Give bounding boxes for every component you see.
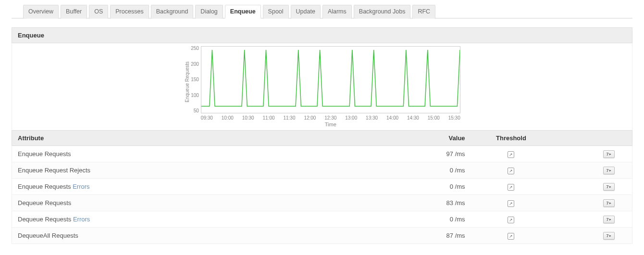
tab-dialog[interactable]: Dialog — [195, 5, 223, 19]
chart-y-ticks: 25020015010050 — [191, 46, 201, 123]
widget-button[interactable]: 7▸ — [603, 216, 615, 223]
x-tick: 11:30 — [283, 115, 295, 121]
y-tick: 50 — [194, 109, 199, 113]
tab-rfc[interactable]: RFC — [412, 5, 435, 19]
tab-update[interactable]: Update — [291, 5, 321, 19]
panel-title: Enqueue — [12, 27, 632, 43]
x-tick: 13:30 — [366, 115, 378, 121]
y-tick: 250 — [191, 46, 199, 51]
attribute-cell: Dequeue Requests Errors — [12, 212, 372, 227]
threshold-config-icon[interactable]: ↗ — [508, 168, 514, 174]
threshold-config-icon[interactable]: ↗ — [508, 217, 514, 223]
tab-alarms[interactable]: Alarms — [322, 5, 352, 19]
tab-bar: OverviewBufferOSProcessesBackgroundDialo… — [12, 4, 632, 19]
table-row: Dequeue Requests83 /ms↗7▸ — [12, 195, 632, 211]
table-row: Enqueue Requests Errors0 /ms↗7▸ — [12, 179, 632, 195]
tab-overview[interactable]: Overview — [23, 5, 59, 19]
widget-button[interactable]: 7▸ — [603, 232, 615, 240]
value-cell: 0 /ms — [372, 163, 471, 178]
tab-background[interactable]: Background — [151, 5, 194, 19]
table-row: DequeueAll Requests87 /ms↗7▸ — [12, 228, 632, 244]
attribute-cell: Enqueue Requests Errors — [12, 179, 372, 194]
x-tick: 13:00 — [345, 115, 357, 121]
threshold-config-icon[interactable]: ↗ — [508, 200, 514, 207]
x-tick: 15:30 — [448, 115, 460, 121]
chart-plot-area — [201, 46, 460, 113]
chart-container: Enqueue Requests 25020015010050 09:3010:… — [12, 43, 632, 130]
y-tick: 200 — [191, 62, 199, 67]
x-tick: 14:30 — [407, 115, 419, 121]
widget-button[interactable]: 7▸ — [603, 199, 615, 207]
col-header-threshold: Threshold — [471, 131, 552, 146]
widget-button[interactable]: 7▸ — [603, 183, 615, 191]
table-row: Enqueue Request Rejects0 /ms↗7▸ — [12, 162, 632, 179]
widget-button[interactable]: 7▸ — [603, 167, 615, 174]
value-cell: 0 /ms — [372, 179, 471, 194]
threshold-config-icon[interactable]: ↗ — [508, 184, 514, 191]
value-cell: 83 /ms — [372, 195, 471, 210]
widget-button[interactable]: 7▸ — [603, 150, 615, 158]
attribute-cell: DequeueAll Requests — [12, 228, 372, 243]
table-row: Enqueue Requests97 /ms↗7▸ — [12, 146, 632, 162]
tab-os[interactable]: OS — [89, 5, 108, 19]
attribute-cell: Enqueue Request Rejects — [12, 163, 372, 178]
y-tick: 100 — [191, 93, 199, 98]
attribute-link[interactable]: Errors — [73, 183, 89, 190]
tab-enqueue[interactable]: Enqueue — [225, 5, 261, 19]
tab-processes[interactable]: Processes — [110, 5, 149, 19]
x-tick: 12:00 — [304, 115, 316, 121]
table-header-row: Attribute Value Threshold — [12, 130, 632, 146]
table-row: Dequeue Requests Errors0 /ms↗7▸ — [12, 211, 632, 228]
attribute-cell: Dequeue Requests — [12, 195, 372, 210]
x-tick: 12:30 — [324, 115, 336, 121]
x-tick: 15:00 — [428, 115, 440, 121]
x-tick: 11:00 — [263, 115, 275, 121]
col-header-attribute: Attribute — [12, 131, 372, 146]
chart-x-ticks: 09:3010:0010:3011:0011:3012:0012:3013:00… — [201, 113, 460, 121]
value-cell: 0 /ms — [372, 212, 471, 227]
x-tick: 10:30 — [242, 115, 254, 121]
chart-y-axis-label: Enqueue Requests — [184, 46, 191, 127]
tab-spool[interactable]: Spool — [263, 5, 289, 19]
threshold-config-icon[interactable]: ↗ — [508, 233, 514, 240]
x-tick: 10:00 — [222, 115, 234, 121]
threshold-config-icon[interactable]: ↗ — [508, 151, 514, 158]
value-cell: 97 /ms — [372, 146, 471, 161]
col-header-value: Value — [372, 131, 471, 146]
tab-buffer[interactable]: Buffer — [61, 5, 87, 19]
attribute-link[interactable]: Errors — [73, 216, 90, 223]
value-cell: 87 /ms — [372, 228, 471, 243]
x-tick: 09:30 — [201, 115, 213, 121]
chart-x-axis-label: Time — [201, 121, 460, 127]
y-tick: 150 — [191, 77, 199, 82]
tab-background-jobs[interactable]: Background Jobs — [354, 5, 411, 19]
x-tick: 14:00 — [386, 115, 398, 121]
attribute-cell: Enqueue Requests — [12, 146, 372, 161]
